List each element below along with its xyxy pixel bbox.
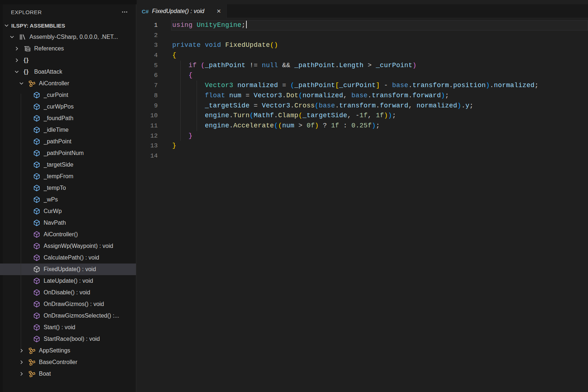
code-line-13[interactable]: 13}	[137, 141, 588, 151]
close-icon[interactable]: ✕	[215, 7, 223, 15]
code-line-7[interactable]: 7 Vector3 normalized = (_pathPoint[_curP…	[137, 81, 588, 91]
code-line-3[interactable]: 3private void FixedUpdate()	[137, 40, 588, 50]
chevron-placeholder	[23, 92, 33, 98]
section-ilspy-assemblies[interactable]: ILSPY: ASSEMBLIES	[0, 20, 136, 31]
csharp-file-icon: C#	[142, 8, 149, 15]
line-number[interactable]: 2	[137, 30, 158, 41]
tree-item-label: _pathPointNum	[44, 150, 84, 156]
field-icon	[33, 184, 44, 192]
tree-item-label: References	[34, 45, 64, 52]
tree-item-label: OnDrawGizmosSelected() :...	[44, 313, 119, 319]
tree-indent-guide	[21, 94, 21, 349]
code-line-text: }	[172, 131, 588, 141]
chevron-placeholder	[23, 301, 33, 307]
code-line-1[interactable]: 1using UnityEngine;	[137, 20, 588, 30]
indent-guide	[180, 131, 181, 141]
code-line-text: if (_pathPoint != null && _pathPoint.Len…	[172, 61, 588, 71]
tree-item[interactable]: {}	[0, 54, 136, 66]
tree-item-AiController[interactable]: AiController	[0, 78, 136, 89]
tree-item-BoatAttack[interactable]: {}BoatAttack	[0, 66, 136, 78]
chevron-placeholder	[23, 127, 33, 133]
code-line-6[interactable]: 6 {	[137, 70, 588, 81]
code-line-2[interactable]: 2	[137, 30, 588, 41]
chevron-right-icon[interactable]	[14, 46, 24, 52]
method-icon	[33, 231, 44, 238]
indent-guide	[180, 70, 181, 81]
tree-item-BaseController[interactable]: BaseController	[0, 356, 136, 368]
line-number[interactable]: 1	[137, 20, 158, 30]
chevron-right-icon[interactable]	[19, 359, 28, 365]
explorer-title: EXPLORER	[11, 9, 42, 15]
class-icon	[28, 347, 39, 354]
chevron-placeholder	[23, 255, 33, 261]
method-icon	[33, 242, 44, 250]
code-line-text: engine.Turn(Mathf.Clamp(_targetSide, -1f…	[172, 111, 588, 121]
more-actions-icon[interactable]	[120, 8, 129, 16]
code-line-text: {	[172, 70, 588, 81]
code-line-text: Vector3 normalized = (_pathPoint[_curPoi…	[172, 81, 588, 91]
code-area: 1using UnityEngine;23private void FixedU…	[137, 20, 588, 161]
line-number[interactable]: 10	[137, 111, 158, 121]
code-line-12[interactable]: 12 }	[137, 131, 588, 141]
line-number[interactable]: 9	[137, 101, 158, 111]
code-line-9[interactable]: 9 _targetSide = Vector3.Cross(base.trans…	[137, 101, 588, 111]
code-line-text	[172, 151, 588, 161]
code-line-text: _targetSide = Vector3.Cross(base.transfo…	[172, 101, 588, 111]
line-number[interactable]: 11	[137, 121, 158, 131]
code-editor[interactable]: 1using UnityEngine;23private void FixedU…	[137, 18, 588, 392]
chevron-placeholder	[23, 220, 33, 226]
line-number[interactable]: 12	[137, 131, 158, 141]
tree-item-AssemblyCSharp0000NET[interactable]: Assembly-CSharp, 0.0.0.0, .NET...	[0, 31, 136, 43]
code-line-text: {	[172, 50, 588, 61]
tree-item-label: BoatAttack	[34, 69, 62, 75]
line-number[interactable]: 4	[137, 50, 158, 61]
chevron-down-icon[interactable]	[14, 69, 24, 75]
tree-item-label: _wPs	[44, 196, 58, 203]
code-line-5[interactable]: 5 if (_pathPoint != null && _pathPoint.L…	[137, 61, 588, 71]
code-line-10[interactable]: 10 engine.Turn(Mathf.Clamp(_targetSide, …	[137, 111, 588, 121]
code-line-4[interactable]: 4{	[137, 50, 588, 61]
section-label: ILSPY: ASSEMBLIES	[11, 23, 65, 29]
chevron-right-icon[interactable]	[14, 57, 24, 63]
tab-fixedupdate[interactable]: C# FixedUpdate() : void ✕	[137, 4, 227, 18]
tree-item-label: _idleTime	[44, 127, 69, 133]
chevron-placeholder	[23, 139, 33, 144]
method-icon	[33, 335, 44, 343]
line-number[interactable]: 13	[137, 141, 158, 151]
chevron-right-icon[interactable]	[19, 371, 28, 377]
code-line-text: using UnityEngine;	[171, 20, 588, 30]
text-cursor	[246, 21, 247, 28]
code-line-11[interactable]: 11 engine.Accelerate((num > 0f) ? 1f : 0…	[137, 121, 588, 131]
tree-item-Boat[interactable]: Boat	[0, 368, 136, 380]
chevron-placeholder	[23, 232, 33, 237]
line-number[interactable]: 7	[137, 81, 158, 91]
code-line-text: float num = Vector3.Dot(normalized, base…	[172, 91, 588, 101]
line-number[interactable]: 5	[137, 61, 158, 71]
chevron-down-icon[interactable]	[9, 34, 19, 40]
assembly-icon	[19, 33, 29, 41]
indent-guide	[197, 81, 197, 91]
code-line-14[interactable]: 14	[137, 151, 588, 161]
line-number[interactable]: 14	[137, 151, 158, 161]
field-icon	[33, 150, 44, 157]
chevron-placeholder	[23, 266, 33, 272]
class-icon	[28, 370, 39, 377]
references-icon	[24, 45, 34, 52]
line-number[interactable]: 6	[137, 70, 158, 81]
tree-item-label: _foundPath	[44, 115, 73, 122]
chevron-placeholder	[23, 162, 33, 168]
line-number[interactable]: 3	[137, 40, 158, 50]
tree-item-References[interactable]: References	[0, 43, 136, 54]
chevron-right-icon[interactable]	[19, 348, 28, 354]
method-icon	[33, 312, 44, 319]
chevron-placeholder	[23, 197, 33, 203]
tree-item-label: CalculatePath() : void	[44, 254, 99, 261]
tree-item-label: AiController	[39, 80, 69, 87]
field-icon	[33, 161, 44, 168]
class-icon	[28, 359, 39, 366]
indent-guide	[197, 101, 197, 111]
code-line-8[interactable]: 8 float num = Vector3.Dot(normalized, ba…	[137, 91, 588, 101]
line-number[interactable]: 8	[137, 91, 158, 101]
indent-guide	[180, 81, 181, 91]
chevron-down-icon[interactable]	[19, 81, 28, 86]
